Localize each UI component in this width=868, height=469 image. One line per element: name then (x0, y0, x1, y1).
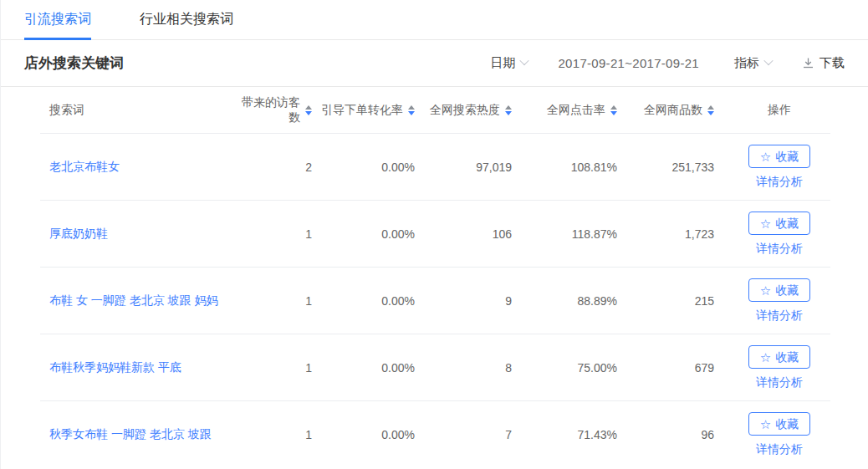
detail-analysis-link[interactable]: 详情分析 (756, 375, 803, 390)
tab-industry-related-search-terms[interactable]: 行业相关搜索词 (140, 0, 233, 39)
page: 引流搜索词 行业相关搜索词 店外搜索关键词 日期 2017-09-21~2017… (0, 0, 868, 469)
tab-label: 引流搜索词 (24, 11, 91, 28)
download-label: 下载 (819, 55, 845, 71)
visitors-value: 1 (233, 428, 312, 441)
product-count-value: 1,723 (617, 227, 714, 241)
keyword-link[interactable]: 老北京布鞋女 (49, 160, 120, 173)
visitors-value: 1 (233, 294, 312, 308)
table-row: 秋季女布鞋 一脚蹬 老北京 坡跟 1 0.00% 7 71.43% 96 ☆收藏… (1, 401, 868, 468)
star-icon: ☆ (760, 351, 771, 364)
conversion-rate-value: 0.00% (312, 361, 415, 375)
date-dropdown-label: 日期 (490, 55, 515, 71)
search-heat-value: 7 (415, 428, 512, 441)
col-header-visitors[interactable]: 带来的访客数 (233, 95, 312, 125)
product-count-value: 96 (617, 428, 714, 441)
search-heat-value: 106 (415, 227, 512, 241)
conversion-rate-value: 0.00% (312, 294, 415, 308)
star-icon: ☆ (760, 217, 771, 230)
col-header-label: 全网搜索热度 (430, 103, 500, 118)
search-heat-value: 8 (415, 361, 512, 375)
chevron-down-icon (520, 56, 529, 65)
detail-analysis-link[interactable]: 详情分析 (756, 242, 803, 257)
col-header-actions: 操作 (714, 103, 845, 118)
visitors-value: 1 (233, 361, 312, 375)
sort-icon[interactable] (707, 105, 714, 115)
metrics-dropdown[interactable]: 指标 (734, 55, 772, 71)
click-rate-value: 108.81% (512, 161, 617, 174)
metrics-dropdown-label: 指标 (734, 55, 759, 71)
conversion-rate-value: 0.00% (312, 161, 415, 174)
favorite-button[interactable]: ☆收藏 (748, 345, 810, 369)
sort-icon[interactable] (305, 105, 312, 115)
search-heat-value: 9 (415, 294, 512, 308)
page-title: 店外搜索关键词 (24, 54, 124, 73)
click-rate-value: 88.89% (512, 294, 617, 308)
tab-bar: 引流搜索词 行业相关搜索词 (1, 0, 868, 40)
click-rate-value: 75.00% (512, 361, 617, 375)
col-header-keyword: 搜索词 (24, 103, 233, 118)
keyword-link[interactable]: 厚底奶奶鞋 (49, 227, 108, 240)
favorite-button[interactable]: ☆收藏 (748, 278, 810, 302)
chevron-down-icon (763, 56, 773, 65)
click-rate-value: 71.43% (512, 428, 617, 441)
product-count-value: 679 (617, 361, 714, 375)
visitors-value: 1 (233, 227, 312, 241)
keyword-link[interactable]: 布鞋 女 一脚蹬 老北京 坡跟 妈妈 (49, 293, 217, 307)
star-icon: ☆ (760, 150, 771, 163)
table-header-row: 搜索词 带来的访客数 引导下单转化率 全网搜索热度 全网点击率 全网商品数 操 (1, 87, 868, 134)
favorite-label: 收藏 (775, 349, 799, 364)
sort-icon[interactable] (610, 105, 617, 115)
sort-icon[interactable] (408, 105, 415, 115)
table-row: 布鞋 女 一脚蹬 老北京 坡跟 妈妈 1 0.00% 9 88.89% 215 … (1, 268, 868, 334)
search-heat-value: 97,019 (415, 161, 512, 174)
keyword-link[interactable]: 布鞋秋季妈妈鞋新款 平底 (49, 360, 181, 374)
table-row: 厚底奶奶鞋 1 0.00% 106 118.87% 1,723 ☆收藏 详情分析 (1, 201, 868, 268)
click-rate-value: 118.87% (512, 227, 617, 241)
star-icon: ☆ (760, 418, 771, 431)
col-header-search-heat[interactable]: 全网搜索热度 (415, 103, 512, 118)
star-icon: ☆ (760, 284, 771, 297)
detail-analysis-link[interactable]: 详情分析 (756, 442, 803, 457)
col-header-conversion-rate[interactable]: 引导下单转化率 (312, 103, 415, 118)
table-row: 布鞋秋季妈妈鞋新款 平底 1 0.00% 8 75.00% 679 ☆收藏 详情… (1, 334, 868, 401)
date-range[interactable]: 2017-09-21~2017-09-21 (558, 56, 699, 70)
tab-label: 行业相关搜索词 (140, 11, 233, 28)
favorite-button[interactable]: ☆收藏 (748, 412, 810, 436)
sort-icon[interactable] (505, 105, 512, 115)
conversion-rate-value: 0.00% (312, 428, 415, 441)
col-header-label: 引导下单转化率 (321, 103, 403, 118)
favorite-label: 收藏 (775, 216, 799, 231)
product-count-value: 251,733 (617, 161, 714, 174)
toolbar: 店外搜索关键词 日期 2017-09-21~2017-09-21 指标 下载 (1, 40, 868, 87)
conversion-rate-value: 0.00% (312, 227, 415, 241)
favorite-label: 收藏 (775, 149, 799, 164)
col-header-label: 全网点击率 (547, 103, 605, 118)
visitors-value: 2 (233, 161, 312, 174)
favorite-button[interactable]: ☆收藏 (748, 212, 810, 235)
favorite-label: 收藏 (775, 416, 799, 431)
download-icon (802, 57, 814, 69)
favorite-label: 收藏 (775, 283, 799, 298)
toolbar-controls: 日期 2017-09-21~2017-09-21 指标 下载 (490, 55, 845, 71)
table-row: 老北京布鞋女 2 0.00% 97,019 108.81% 251,733 ☆收… (1, 134, 868, 201)
col-header-label: 全网商品数 (644, 103, 702, 118)
col-header-click-rate[interactable]: 全网点击率 (512, 103, 617, 118)
download-button[interactable]: 下载 (802, 55, 845, 71)
date-dropdown[interactable]: 日期 (490, 55, 528, 71)
tab-traffic-search-terms[interactable]: 引流搜索词 (24, 0, 91, 39)
product-count-value: 215 (617, 294, 714, 308)
search-keywords-table: 搜索词 带来的访客数 引导下单转化率 全网搜索热度 全网点击率 全网商品数 操 (1, 87, 868, 468)
detail-analysis-link[interactable]: 详情分析 (756, 175, 803, 190)
col-header-label: 带来的访客数 (233, 95, 300, 125)
favorite-button[interactable]: ☆收藏 (748, 145, 810, 168)
col-header-product-count[interactable]: 全网商品数 (617, 103, 714, 118)
keyword-link[interactable]: 秋季女布鞋 一脚蹬 老北京 坡跟 (49, 427, 212, 441)
detail-analysis-link[interactable]: 详情分析 (756, 308, 803, 324)
